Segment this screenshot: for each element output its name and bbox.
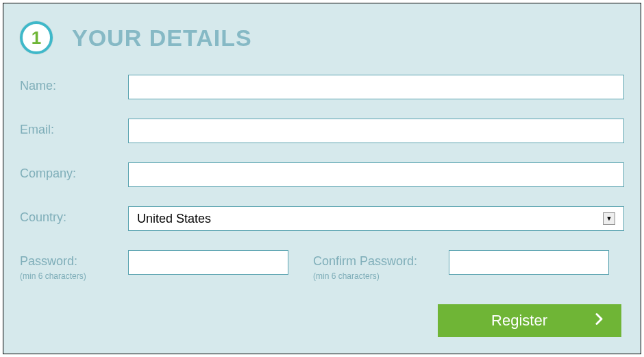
actions-row: Register (20, 304, 624, 337)
password-label: Password: (min 6 characters) (20, 250, 128, 281)
confirm-password-label: Confirm Password: (min 6 characters) (313, 250, 449, 281)
company-input[interactable] (128, 162, 624, 187)
form-title: YOUR DETAILS (72, 25, 252, 51)
country-label: Country: (20, 206, 128, 225)
country-row: Country: United States ▼ (20, 206, 624, 231)
chevron-down-icon: ▼ (603, 212, 615, 225)
form-header: 1 YOUR DETAILS (20, 21, 624, 54)
password-row: Password: (min 6 characters) Confirm Pas… (20, 250, 624, 281)
step-number: 1 (32, 27, 41, 49)
name-input[interactable] (128, 75, 624, 99)
email-input[interactable] (128, 119, 624, 143)
registration-form-panel: 1 YOUR DETAILS Name: Email: Company: Cou… (3, 3, 641, 354)
register-button[interactable]: Register (438, 304, 621, 337)
company-label: Company: (20, 162, 128, 181)
country-select[interactable]: United States ▼ (128, 206, 624, 231)
company-row: Company: (20, 162, 624, 187)
name-row: Name: (20, 75, 624, 99)
confirm-password-hint: (min 6 characters) (313, 271, 449, 281)
password-input[interactable] (128, 250, 288, 275)
country-value: United States (137, 212, 211, 226)
confirm-password-input[interactable] (449, 250, 609, 275)
name-label: Name: (20, 75, 128, 93)
step-indicator: 1 (20, 21, 53, 54)
chevron-right-icon (595, 313, 604, 329)
register-label: Register (491, 312, 547, 330)
email-row: Email: (20, 119, 624, 143)
password-hint: (min 6 characters) (20, 271, 128, 281)
email-label: Email: (20, 119, 128, 137)
